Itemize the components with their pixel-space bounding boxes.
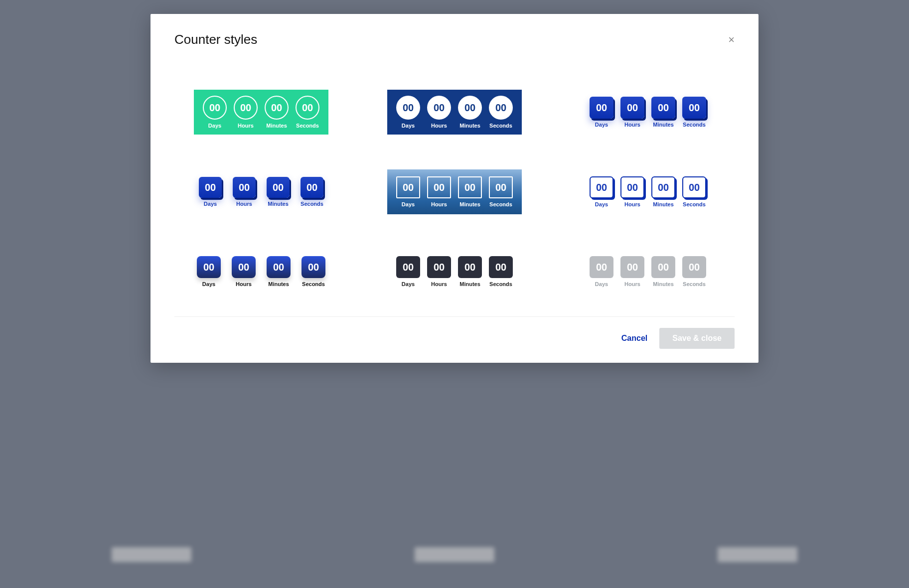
counter-num: 00 (458, 256, 482, 278)
counter-num: 00 (396, 176, 420, 198)
counter-num: 00 (489, 96, 513, 120)
counter-num: 00 (458, 96, 482, 120)
counter-style-option-3[interactable]: 00Days 00Hours 00Minutes 00Seconds (561, 87, 735, 137)
counter-label: Hours (236, 281, 252, 287)
counter-num: 00 (302, 256, 325, 278)
counter-num: 00 (396, 96, 420, 120)
counter-num: 00 (197, 256, 221, 278)
counter-num: 00 (620, 97, 644, 119)
counter-num: 00 (590, 256, 613, 278)
counter-num: 00 (427, 96, 451, 120)
counter-num: 00 (296, 96, 319, 120)
counter-label: Seconds (489, 281, 512, 287)
counter-num: 00 (234, 96, 258, 120)
modal-header: Counter styles × (174, 32, 735, 47)
cancel-button[interactable]: Cancel (621, 334, 647, 343)
counter-style-option-4[interactable]: 00Days 00Hours 00Minutes 00Seconds (174, 167, 348, 217)
counter-label: Minutes (459, 281, 480, 287)
counter-label: Days (402, 123, 415, 129)
counter-label: Seconds (489, 123, 512, 129)
counter-label: Days (595, 201, 608, 207)
counter-label: Minutes (653, 122, 674, 128)
counter-label: Minutes (653, 201, 674, 207)
counter-num: 00 (682, 256, 706, 278)
counter-num: 00 (590, 176, 613, 198)
counter-label: Days (595, 122, 608, 128)
counter-style-option-5[interactable]: 00Days 00Hours 00Minutes 00Seconds (368, 167, 541, 217)
counter-label: Hours (431, 281, 447, 287)
counter-style-option-6[interactable]: 00Days 00Hours 00Minutes 00Seconds (561, 167, 735, 217)
counter-label: Seconds (301, 201, 323, 207)
counter-label: Hours (624, 281, 640, 287)
counter-num: 00 (651, 97, 675, 119)
counter-num: 00 (265, 96, 289, 120)
counter-label: Days (202, 281, 215, 287)
counter-label: Minutes (459, 201, 480, 207)
counter-label: Minutes (268, 201, 289, 207)
counter-label: Seconds (683, 281, 706, 287)
counter-label: Hours (431, 201, 447, 207)
counter-num: 00 (489, 176, 513, 198)
counter-num: 00 (682, 176, 706, 198)
counter-label: Seconds (296, 123, 319, 129)
style-grid: 00Days 00Hours 00Minutes 00Seconds 00Day… (174, 87, 735, 296)
counter-label: Hours (238, 123, 254, 129)
counter-num: 00 (267, 256, 291, 278)
counter-num: 00 (203, 96, 227, 120)
counter-label: Hours (236, 201, 252, 207)
counter-label: Minutes (459, 123, 480, 129)
counter-style-option-2[interactable]: 00Days 00Hours 00Minutes 00Seconds (368, 87, 541, 137)
counter-num: 00 (199, 177, 222, 198)
counter-style-option-7[interactable]: 00Days 00Hours 00Minutes 00Seconds (174, 247, 348, 296)
counter-styles-modal: Counter styles × 00Days 00Hours 00Minute… (151, 14, 758, 363)
counter-num: 00 (396, 256, 420, 278)
counter-num: 00 (267, 177, 290, 198)
counter-label: Minutes (653, 281, 674, 287)
counter-num: 00 (620, 176, 644, 198)
counter-label: Days (402, 201, 415, 207)
counter-style-option-1[interactable]: 00Days 00Hours 00Minutes 00Seconds (174, 87, 348, 137)
counter-num: 00 (301, 177, 323, 198)
counter-label: Seconds (683, 201, 706, 207)
save-close-button[interactable]: Save & close (659, 328, 735, 349)
counter-label: Days (208, 123, 221, 129)
modal-title: Counter styles (174, 32, 257, 47)
counter-label: Seconds (489, 201, 512, 207)
counter-label: Days (402, 281, 415, 287)
counter-num: 00 (427, 176, 451, 198)
modal-footer: Cancel Save & close (174, 316, 735, 349)
counter-num: 00 (651, 176, 675, 198)
counter-num: 00 (590, 97, 613, 119)
counter-label: Minutes (266, 123, 287, 129)
counter-label: Days (595, 281, 608, 287)
counter-num: 00 (458, 176, 482, 198)
counter-num: 00 (233, 177, 256, 198)
counter-num: 00 (489, 256, 513, 278)
counter-num: 00 (232, 256, 256, 278)
counter-style-option-9[interactable]: 00Days 00Hours 00Minutes 00Seconds (561, 247, 735, 296)
counter-label: Hours (624, 122, 640, 128)
counter-label: Hours (431, 123, 447, 129)
counter-style-option-8[interactable]: 00Days 00Hours 00Minutes 00Seconds (368, 247, 541, 296)
counter-label: Days (204, 201, 217, 207)
background-blur (0, 547, 909, 567)
counter-num: 00 (651, 256, 675, 278)
counter-label: Seconds (302, 281, 325, 287)
close-icon[interactable]: × (728, 34, 735, 45)
counter-num: 00 (620, 256, 644, 278)
counter-num: 00 (427, 256, 451, 278)
counter-label: Seconds (683, 122, 706, 128)
counter-label: Minutes (268, 281, 289, 287)
counter-label: Hours (624, 201, 640, 207)
counter-num: 00 (682, 97, 706, 119)
